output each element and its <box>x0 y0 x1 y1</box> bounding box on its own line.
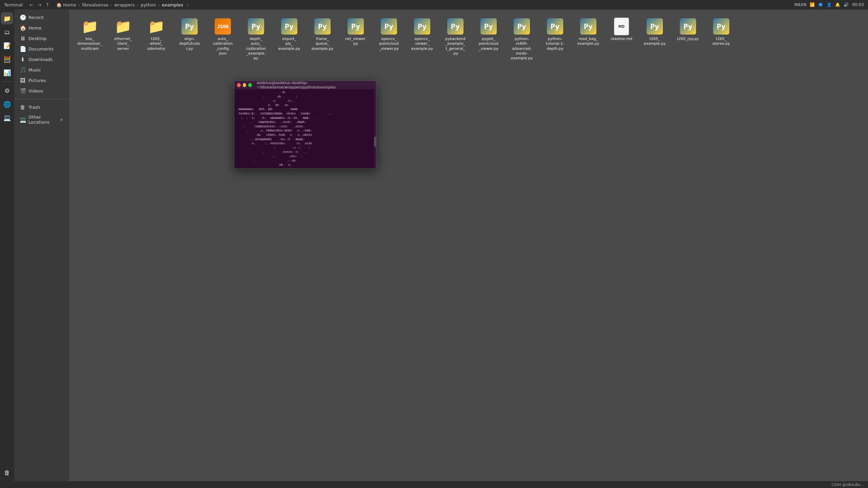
folder-icon: 📁 <box>81 19 98 35</box>
sidebar-item-trash-label: Trash <box>28 105 40 110</box>
list-item[interactable]: Py opencv_pointcloud_viewer.py <box>374 15 404 63</box>
nav-back-btn[interactable]: ← <box>28 2 35 7</box>
user-icon: 👤 <box>827 2 832 7</box>
notification-icon: 🔔 <box>835 2 840 7</box>
sidebar-item-desktop[interactable]: 🖥 Desktop <box>14 33 69 44</box>
dock-item-slides[interactable]: 📊 <box>1 66 13 79</box>
md-file-icon: MD <box>614 18 629 35</box>
py-file-icon: Py <box>680 18 696 35</box>
list-item[interactable]: 📁 t265_wheel_odometry <box>141 15 172 63</box>
terminal-minimize-btn[interactable] <box>243 83 246 87</box>
breadcrumb-home[interactable]: 🏠 Home <box>56 2 76 7</box>
file-name: frame_queue_example.py <box>312 37 333 51</box>
file-name: auto_calibration_config.json <box>213 37 233 56</box>
list-item[interactable]: Py t265_example.py <box>639 15 670 63</box>
trash-dock-icon: 🗑 <box>4 469 10 476</box>
terminal-output: :B. . nh : .n .n:. h. Bn nn :WWWWWWWn BX… <box>237 90 373 168</box>
terminal-window[interactable]: aodeluo@aodeluo-desktop: ~/librealsense/… <box>234 81 376 169</box>
dock-item-browser[interactable]: 🌐 <box>1 98 13 110</box>
file-name: net_viewer.py <box>345 37 367 46</box>
py-file-icon: Py <box>248 18 264 35</box>
breadcrumb-wrappers[interactable]: wrappers <box>114 2 135 7</box>
list-item[interactable]: JSON auto_calibration_config.json <box>208 15 238 63</box>
terminal-titlebar: aodeluo@aodeluo-desktop: ~/librealsense/… <box>234 81 376 89</box>
terminal-scrollbar-thumb[interactable] <box>374 137 376 147</box>
bluetooth-icon: 🔷 <box>818 2 823 7</box>
text-icon: 📝 <box>3 42 11 49</box>
py-file-icon: Py <box>713 18 729 35</box>
list-item[interactable]: Py depth_auto_calibration_example.py <box>241 15 271 63</box>
dock-item-calc[interactable]: 🧮 <box>1 53 13 65</box>
list-item[interactable]: Py frame_queue_example.py <box>307 15 338 63</box>
list-item[interactable]: Py python-tutorial-1-depth.py <box>540 15 570 63</box>
list-item[interactable]: Py read_bag_example.py <box>573 15 604 63</box>
breadcrumb-python[interactable]: python <box>141 2 156 7</box>
sidebar-item-videos-label: Videos <box>28 88 43 94</box>
main-layout: 📁 🗂 📝 🧮 📊 ⚙ 🌐 💻 🗑 🕐 Recent 🏠 Home 🖥 Desk… <box>0 9 868 481</box>
py-file-icon: Py <box>281 18 297 35</box>
sidebar-item-documents[interactable]: 📄 Documents <box>14 44 69 54</box>
list-item[interactable]: Py python-rs400-advanced-mode-example.py <box>507 15 537 63</box>
sidebar-item-downloads[interactable]: ⬇ Downloads <box>14 54 69 65</box>
dock-item-fileman[interactable]: 🗂 <box>1 26 13 38</box>
py-file-icon: Py <box>314 18 331 35</box>
file-name: t265_stereo.py <box>712 37 730 46</box>
terminal-icon: 💻 <box>3 114 11 121</box>
sidebar-item-recent[interactable]: 🕐 Recent <box>14 12 69 23</box>
sidebar-item-trash[interactable]: 🗑 Trash <box>14 102 69 113</box>
list-item[interactable]: Py net_viewer.py <box>340 15 371 63</box>
dock-item-terminal[interactable]: 💻 <box>1 111 13 124</box>
file-name: python-tutorial-1-depth.py <box>546 37 565 51</box>
add-bookmark-btn[interactable]: + <box>59 117 64 123</box>
sidebar-item-other-locations-label: Other Locations <box>28 115 56 125</box>
terminal-close-btn[interactable] <box>237 83 241 87</box>
dock-item-files[interactable]: 📁 <box>1 12 13 24</box>
downloads-icon: ⬇ <box>20 56 26 63</box>
list-item[interactable]: MD readme.md <box>606 15 637 63</box>
files-icon: 📁 <box>3 15 11 22</box>
list-item[interactable]: Py opencv_viewer_example.py <box>407 15 437 63</box>
py-file-icon: Py <box>181 18 198 35</box>
folder-icon: 📁 <box>148 19 165 35</box>
trash-icon: 🗑 <box>20 104 26 110</box>
topbar-title: Terminal <box>4 2 23 7</box>
list-item[interactable]: 📁 box_dimensioner_multicam <box>75 15 105 63</box>
list-item[interactable]: Py t265_rpy.py <box>673 15 703 63</box>
sidebar: 🕐 Recent 🏠 Home 🖥 Desktop 📄 Documents ⬇ … <box>14 9 69 481</box>
list-item[interactable]: 📁 ethernet_client_server <box>108 15 138 63</box>
dock-item-trash[interactable]: 🗑 <box>1 466 13 479</box>
topbar: Terminal ← → ↑ 🏠 Home › librealsense › w… <box>0 0 868 9</box>
breadcrumb-librealsense[interactable]: librealsense <box>82 2 108 7</box>
file-area: 📁 box_dimensioner_multicam 📁 ethernet_cl… <box>69 9 868 481</box>
sidebar-item-pictures-label: Pictures <box>28 78 46 83</box>
list-item[interactable]: Py export_ply_example.py <box>274 15 304 63</box>
py-file-icon: Py <box>580 18 596 35</box>
list-item[interactable]: Py pyglet_pointcloud_viewer.py <box>473 15 504 63</box>
nav-forward-btn[interactable]: → <box>36 2 43 7</box>
dock-item-text[interactable]: 📝 <box>1 39 13 52</box>
sidebar-item-music-label: Music <box>28 67 41 73</box>
wifi-icon: 📶 <box>810 2 815 7</box>
breadcrumb-examples[interactable]: examples <box>162 2 183 7</box>
py-file-icon: Py <box>414 18 430 35</box>
file-name: ethernet_client_server <box>114 37 132 51</box>
list-item[interactable]: Py t265_stereo.py <box>706 15 736 63</box>
slides-icon: 📊 <box>3 69 11 76</box>
sidebar-item-music[interactable]: 🎵 Music <box>14 65 69 75</box>
terminal-maximize-btn[interactable] <box>248 83 252 87</box>
sidebar-item-pictures[interactable]: 🖼 Pictures <box>14 75 69 86</box>
sidebar-item-home[interactable]: 🏠 Home <box>14 23 69 33</box>
breadcrumb-more-btn[interactable]: › <box>185 2 190 7</box>
sidebar-item-downloads-label: Downloads <box>28 57 53 62</box>
nav-up-btn[interactable]: ↑ <box>44 2 51 7</box>
folder-icon: 📁 <box>115 19 132 35</box>
sidebar-item-other-locations[interactable]: 💻 Other Locations + <box>14 113 69 127</box>
list-item[interactable]: Py align-depth2color.py <box>174 15 205 63</box>
terminal-scrollbar[interactable] <box>374 89 376 168</box>
sidebar-item-videos[interactable]: 🎬 Videos <box>14 86 69 96</box>
dock-item-settings[interactable]: ⚙ <box>1 84 13 97</box>
list-item[interactable]: Py pybackend_example_t_general_.py <box>440 15 471 63</box>
terminal-content[interactable]: :B. . nh : .n .n:. h. Bn nn :WWWWWWWn BX… <box>234 89 376 168</box>
left-dock: 📁 🗂 📝 🧮 📊 ⚙ 🌐 💻 🗑 <box>0 9 14 481</box>
other-locations-icon: 💻 <box>20 117 26 123</box>
